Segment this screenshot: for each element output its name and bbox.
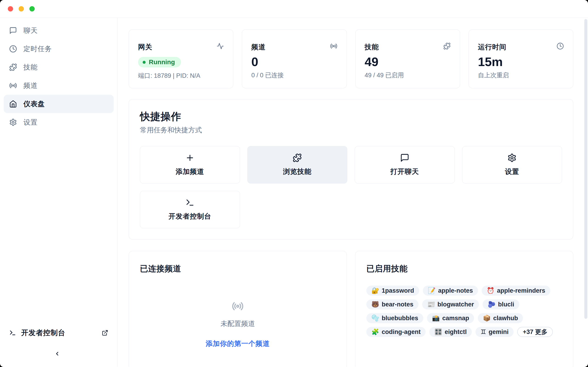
channels-empty-text: 未配置频道 bbox=[221, 319, 255, 328]
add-first-channel-link[interactable]: 添加你的第一个频道 bbox=[206, 339, 270, 348]
sidebar-item-label: 频道 bbox=[23, 81, 38, 90]
skill-chip: 🐻bear-notes bbox=[366, 299, 418, 309]
lock-emoji-icon: 🔐 bbox=[372, 287, 379, 294]
skill-chip: ⏰apple-reminders bbox=[482, 286, 550, 296]
stat-card-title: 网关 bbox=[138, 42, 152, 52]
dev-console-row[interactable]: 开发者控制台 bbox=[9, 328, 108, 337]
sidebar-item-label: 设置 bbox=[23, 118, 38, 127]
sidebar-item-settings[interactable]: 设置 bbox=[4, 113, 114, 131]
stat-card-title: 频道 bbox=[251, 42, 266, 52]
main-content: 网关 Running 端口: 18789 | PID: N/A 频道 bbox=[118, 18, 588, 367]
skill-chip: 📦clawhub bbox=[478, 313, 523, 323]
broadcast-icon bbox=[9, 82, 17, 90]
stat-card-detail: 0 / 0 已连接 bbox=[251, 71, 337, 79]
add-channel-button[interactable]: 添加频道 bbox=[140, 146, 240, 184]
quick-actions-section: 快捷操作 常用任务和快捷方式 添加频道 浏览技能 bbox=[129, 99, 573, 240]
memo-emoji-icon: 📝 bbox=[428, 287, 436, 294]
sidebar-item-label: 仪表盘 bbox=[23, 99, 45, 109]
sidebar-collapse-button[interactable] bbox=[54, 351, 63, 357]
puzzle-emoji-icon: 🧩 bbox=[372, 328, 379, 336]
enabled-skills-title: 已启用技能 bbox=[366, 264, 562, 273]
status-label: Running bbox=[149, 58, 175, 66]
traffic-lights bbox=[8, 6, 35, 11]
skill-chip: 📰blogwatcher bbox=[422, 299, 479, 309]
sidebar-item-label: 聊天 bbox=[23, 26, 38, 35]
scrollbar-thumb[interactable] bbox=[584, 19, 587, 319]
skill-chip: 📝apple-notes bbox=[423, 286, 478, 296]
alarm-clock-emoji-icon: ⏰ bbox=[487, 287, 494, 294]
sidebar-item-channels[interactable]: 频道 bbox=[4, 76, 114, 95]
browse-skills-button[interactable]: 浏览技能 bbox=[247, 146, 347, 184]
stat-card-channels: 频道 0 0 / 0 已连接 bbox=[242, 29, 346, 88]
connected-channels-title: 已连接频道 bbox=[140, 264, 336, 273]
bear-emoji-icon: 🐻 bbox=[372, 301, 379, 308]
dev-console-button[interactable]: 开发者控制台 bbox=[140, 191, 240, 228]
sidebar-item-chat[interactable]: 聊天 bbox=[4, 21, 114, 40]
quick-action-label: 设置 bbox=[505, 167, 519, 176]
broadcast-icon bbox=[330, 42, 337, 50]
quick-action-label: 打开聊天 bbox=[390, 167, 419, 176]
quick-actions-title: 快捷操作 bbox=[140, 110, 562, 123]
connected-channels-card: 已连接频道 未配置频道 添加你的第一个频道 bbox=[129, 251, 347, 367]
status-badge: Running bbox=[138, 57, 181, 67]
sidebar-item-label: 技能 bbox=[23, 63, 38, 72]
more-skills-chip[interactable]: +37 更多 bbox=[517, 327, 553, 337]
quick-actions-subtitle: 常用任务和快捷方式 bbox=[140, 126, 562, 134]
clock-icon bbox=[9, 45, 17, 53]
bubbles-emoji-icon: 🫧 bbox=[372, 315, 379, 322]
minimize-button[interactable] bbox=[19, 6, 24, 11]
stat-card-title: 技能 bbox=[365, 42, 379, 52]
external-link-icon[interactable] bbox=[102, 330, 108, 336]
home-icon bbox=[9, 100, 17, 108]
puzzle-icon bbox=[9, 63, 17, 71]
quick-action-label: 开发者控制台 bbox=[169, 212, 211, 221]
skill-chip: 📸camsnap bbox=[427, 313, 474, 323]
sidebar-item-dashboard[interactable]: 仪表盘 bbox=[4, 95, 114, 113]
skill-chip: 🧩coding-agent bbox=[366, 327, 426, 337]
sidebar-item-scheduled-tasks[interactable]: 定时任务 bbox=[4, 40, 114, 58]
settings-button[interactable]: 设置 bbox=[462, 146, 562, 184]
quick-actions-grid: 添加频道 浏览技能 打开聊天 bbox=[140, 146, 562, 228]
package-emoji-icon: 📦 bbox=[483, 315, 491, 322]
gemini-emoji-icon: ♊ bbox=[481, 328, 486, 336]
stat-card-value: 15m bbox=[478, 55, 564, 68]
terminal-icon bbox=[9, 329, 16, 336]
chat-bubble-icon bbox=[400, 153, 409, 162]
plus-icon bbox=[185, 153, 195, 162]
app-window: 聊天 定时任务 技能 bbox=[0, 0, 588, 367]
status-dot bbox=[143, 61, 146, 64]
bottom-row: 已连接频道 未配置频道 添加你的第一个频道 已启用技能 🔐1password 📝… bbox=[129, 251, 573, 367]
stat-card-uptime: 运行时间 15m 自上次重启 bbox=[468, 29, 573, 88]
quick-action-label: 浏览技能 bbox=[283, 167, 311, 176]
camera-flash-emoji-icon: 📸 bbox=[432, 315, 440, 322]
puzzle-icon bbox=[443, 42, 451, 50]
puzzle-icon bbox=[293, 153, 302, 162]
sidebar-footer: 开发者控制台 bbox=[0, 328, 117, 367]
skill-chip: ♊gemini bbox=[476, 327, 514, 337]
zoom-button[interactable] bbox=[29, 6, 35, 11]
stat-card-skills: 技能 49 49 / 49 已启用 bbox=[355, 29, 460, 88]
blueberries-emoji-icon: 🫐 bbox=[488, 301, 495, 308]
stat-card-value: 0 bbox=[251, 55, 337, 68]
stat-card-detail: 自上次重启 bbox=[478, 71, 564, 79]
newspaper-emoji-icon: 📰 bbox=[427, 301, 435, 308]
dev-console-label: 开发者控制台 bbox=[21, 328, 102, 338]
stat-card-value: 49 bbox=[365, 55, 451, 68]
stat-card-gateway: 网关 Running 端口: 18789 | PID: N/A bbox=[129, 29, 233, 88]
titlebar bbox=[0, 0, 588, 18]
skill-chip: 🫐blucli bbox=[483, 299, 519, 309]
close-button[interactable] bbox=[8, 6, 13, 11]
skill-chip: 🫧bluebubbles bbox=[366, 313, 423, 323]
channels-empty-state: 未配置频道 添加你的第一个频道 bbox=[140, 300, 336, 348]
stat-card-detail: 端口: 18789 | PID: N/A bbox=[138, 72, 224, 80]
quick-action-label: 添加频道 bbox=[176, 167, 204, 176]
chat-bubble-icon bbox=[9, 27, 17, 34]
control-knobs-emoji-icon: 🎛️ bbox=[434, 328, 442, 336]
sidebar-item-label: 定时任务 bbox=[23, 44, 52, 54]
open-chat-button[interactable]: 打开聊天 bbox=[355, 146, 455, 184]
skill-chip: 🎛️eightctl bbox=[429, 327, 472, 337]
skills-chip-list: 🔐1password 📝apple-notes ⏰apple-reminders… bbox=[366, 286, 562, 337]
enabled-skills-card: 已启用技能 🔐1password 📝apple-notes ⏰apple-rem… bbox=[355, 251, 573, 367]
sidebar-item-skills[interactable]: 技能 bbox=[4, 58, 114, 76]
sidebar: 聊天 定时任务 技能 bbox=[0, 18, 118, 367]
